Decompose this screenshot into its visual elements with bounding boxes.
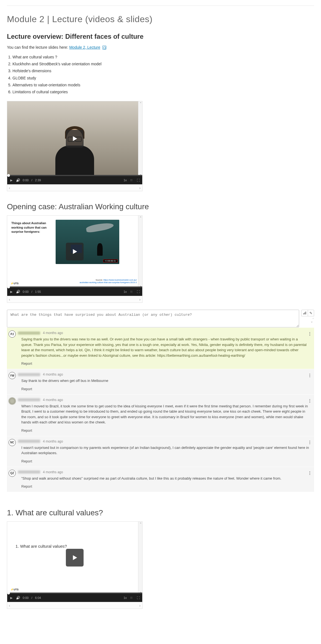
scroll-up-icon[interactable]: ⌃	[139, 216, 142, 220]
section-1-heading: 1. What are cultural values?	[7, 508, 314, 517]
outline-item: GLOBE study	[12, 75, 314, 82]
resize-grip-icon[interactable]: ⌟	[301, 316, 314, 319]
video-prev-button[interactable]: ‹	[9, 603, 10, 608]
comment-avatar: QZ	[9, 470, 16, 477]
scroll-up-icon[interactable]: ⌃	[139, 101, 142, 105]
report-button[interactable]: Report	[21, 428, 310, 433]
play-button[interactable]	[66, 130, 84, 148]
video-pager: ‹ ›	[7, 184, 142, 191]
play-button[interactable]	[66, 549, 84, 567]
comment-item: PJ4 months agoSaying thank you to the dr…	[7, 327, 314, 369]
video-speed[interactable]: 1x	[123, 290, 127, 293]
case-slide-source: Source: https://www.businessinsider.com.…	[80, 279, 137, 284]
comment-author	[18, 440, 40, 443]
play-small-icon[interactable]: ▶	[9, 178, 13, 182]
video-time-total: 1:55	[35, 290, 41, 293]
bar-chart-icon	[303, 311, 306, 315]
comment-menu-button[interactable]	[308, 439, 311, 445]
comment-author	[18, 398, 40, 401]
comment-author	[18, 470, 40, 474]
video-prev-button[interactable]: ‹	[9, 186, 10, 190]
play-small-icon[interactable]: ▶	[9, 290, 13, 294]
video-pager: ‹ ›	[7, 296, 142, 302]
time-sep: /	[31, 596, 32, 599]
outline-item: Alternatives to value-orientation models	[12, 82, 314, 89]
svg-rect-0	[303, 313, 304, 314]
report-button[interactable]: Report	[21, 361, 310, 366]
comment-body: Saying thank you to the drivers was new …	[21, 337, 310, 358]
video-seek-track[interactable]	[7, 175, 142, 176]
comment-body: I wasn't surprised but in comparison to …	[21, 445, 310, 456]
comment-input[interactable]	[7, 310, 299, 327]
comment-meta: 4 months ago	[18, 439, 310, 443]
comment-menu-button[interactable]	[308, 398, 311, 404]
play-icon	[71, 135, 78, 142]
video-next-button[interactable]: ›	[139, 297, 141, 302]
comment-avatar: YW	[9, 372, 16, 379]
slides-link[interactable]: Module 2, Lecture	[69, 45, 100, 50]
outline-item: Limitations of cultural categories	[12, 89, 314, 95]
volume-icon[interactable]	[16, 290, 20, 294]
lecture-video-1: ⌃ ⌄ ▶ 0:00 / 2:39 1x ⁝⁝ ⛶ ‹ ›	[7, 101, 143, 191]
comment-time: 4 months ago	[43, 470, 63, 474]
page-title: Module 2 | Lecture (videos & slides)	[7, 14, 314, 24]
play-icon	[71, 248, 78, 255]
case-video: Things about Australian working culture …	[7, 215, 143, 303]
fullscreen-icon[interactable]: ⛶	[136, 178, 140, 182]
video-time-total: 6:04	[35, 596, 41, 599]
fullscreen-icon[interactable]: ⛶	[136, 290, 140, 294]
video-next-button[interactable]: ›	[139, 186, 141, 190]
comment-menu-button[interactable]	[308, 331, 311, 337]
comment-avatar	[9, 397, 16, 405]
comment-avatar: PJ	[9, 330, 16, 338]
case-heading: Opening case: Australian Working culture	[7, 202, 314, 211]
video-time-current: 0:00	[23, 596, 29, 599]
volume-icon[interactable]	[16, 178, 20, 182]
comment-meta: 4 months ago	[18, 373, 310, 376]
video-seek-track[interactable]	[7, 286, 142, 288]
edit-icon[interactable]: ✎	[308, 310, 314, 316]
video-seek-track[interactable]	[7, 593, 142, 594]
comment-body: When I moved to Brazil, it took me some …	[21, 404, 310, 425]
comment-time: 4 months ago	[43, 439, 63, 443]
expand-comments-button[interactable]: ⌄	[301, 320, 314, 323]
video-scrollbar[interactable]: ⌃ ⌄	[138, 101, 142, 176]
preview-icon[interactable]	[102, 46, 106, 50]
slides-intro-prefix: You can find the lecture slides here:	[7, 45, 69, 50]
video-prev-button[interactable]: ‹	[9, 297, 10, 302]
video-scrollbar[interactable]: ⌃ ⌄	[138, 216, 142, 288]
video-time-total: 2:39	[35, 179, 41, 182]
volume-icon[interactable]	[16, 596, 20, 600]
svg-rect-1	[304, 312, 305, 314]
comment-body: Say thank to the drivers when get off bu…	[21, 378, 310, 384]
report-button[interactable]: Report	[21, 484, 310, 488]
outline-item: Hofstede's dimensions	[12, 68, 314, 74]
comment-menu-button[interactable]	[308, 373, 311, 378]
video-next-button[interactable]: ›	[139, 603, 141, 608]
comment-author	[18, 373, 40, 376]
play-small-icon[interactable]: ▶	[9, 596, 13, 600]
comment-meta: 4 months ago	[18, 470, 310, 474]
comment-time: 4 months ago	[43, 331, 63, 335]
case-slide-text: Things about Australian working culture …	[11, 221, 50, 279]
video-speed[interactable]: 1x	[123, 596, 127, 599]
scroll-up-icon[interactable]: ⌃	[139, 522, 142, 526]
comment-time: 4 months ago	[43, 373, 63, 376]
comment-toolbar: ✎ ⌟ ⌄	[301, 310, 314, 323]
report-button[interactable]: Report	[21, 387, 310, 391]
captions-icon[interactable]: ⁝⁝	[130, 596, 133, 600]
fullscreen-icon[interactable]: ⛶	[136, 596, 140, 600]
video-time-current: 0:00	[23, 290, 29, 293]
video-controls: ▶ 0:00 / 2:39 1x ⁝⁝ ⛶	[7, 176, 142, 184]
captions-icon[interactable]: ⁝⁝	[130, 290, 133, 294]
video-speed[interactable]: 1x	[123, 179, 127, 182]
report-button[interactable]: Report	[21, 459, 310, 463]
poll-icon[interactable]	[302, 310, 308, 316]
comment-avatar: NC	[9, 439, 16, 446]
play-button[interactable]	[66, 243, 84, 260]
comment-menu-button[interactable]	[308, 470, 311, 476]
video-scrollbar[interactable]: ⌃ ⌄	[138, 522, 142, 594]
captions-icon[interactable]: ⁝⁝	[130, 178, 133, 182]
comment-meta: 4 months ago	[18, 398, 310, 402]
video-time-current: 0:00	[23, 179, 29, 182]
